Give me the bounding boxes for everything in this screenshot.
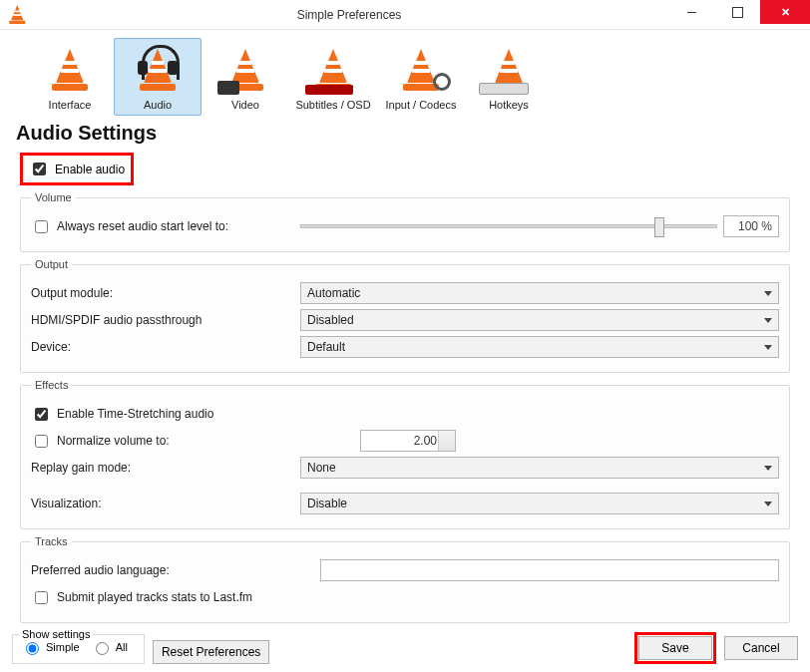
close-button[interactable] [760,0,810,24]
replay-label: Replay gain mode: [31,461,131,475]
lastfm-label: Submit played tracks stats to Last.fm [57,590,252,604]
tab-interface[interactable]: Interface [26,38,114,116]
radio-all[interactable]: All [91,639,128,655]
enable-audio-label: Enable audio [55,163,125,176]
slider-thumb[interactable] [654,217,664,237]
lang-label: Preferred audio language: [31,563,170,577]
output-module-combo[interactable]: Automatic [300,282,779,304]
titlebar: Simple Preferences [0,0,810,30]
device-label: Device: [31,340,71,354]
hdmi-combo[interactable]: Disabled [300,309,779,331]
disc-icon [433,73,451,91]
tab-label: Interface [49,99,92,111]
enable-audio-checkbox[interactable] [33,163,46,175]
timestretch-checkbox[interactable] [35,408,48,421]
timestretch-label: Enable Time-Stretching audio [57,407,213,421]
normalize-spinbox[interactable]: 2.00 [360,430,456,452]
tab-label: Subtitles / OSD [295,99,370,111]
lang-input[interactable] [320,559,779,581]
page-title: Audio Settings [16,122,798,145]
reset-level-checkbox[interactable] [35,220,48,233]
show-settings-group: Show settings Simple All [12,634,145,664]
volume-group: Volume Always reset audio start level to… [20,191,790,252]
group-legend: Tracks [31,535,72,547]
tab-label: Audio [144,99,172,111]
category-tabs: Interface Audio Video Subtitles / OSD [12,38,798,118]
window-title: Simple Preferences [30,8,668,22]
tab-hotkeys[interactable]: Hotkeys [465,38,553,116]
effects-group: Effects Enable Time-Stretching audio Nor… [20,379,790,529]
tab-subtitles[interactable]: Subtitles / OSD [289,38,377,116]
keyboard-icon [479,83,529,95]
minimize-button[interactable] [668,0,714,24]
viz-label: Visualization: [31,497,102,510]
tracks-group: Tracks Preferred audio language: Submit … [20,535,790,623]
output-group: Output Output module: Automatic HDMI/SPD… [20,258,790,373]
tab-input[interactable]: Input / Codecs [377,38,465,116]
normalize-label: Normalize volume to: [57,434,170,448]
tab-audio[interactable]: Audio [114,38,202,116]
tab-label: Input / Codecs [386,99,457,111]
tab-video[interactable]: Video [202,38,289,116]
viz-combo[interactable]: Disable [300,493,779,514]
group-legend: Volume [31,191,76,203]
app-icon [0,0,30,37]
show-settings-label: Show settings [19,628,93,640]
enable-audio-highlight: Enable audio [20,153,134,185]
footer: Show settings Simple All Reset Preferenc… [12,632,798,664]
device-combo[interactable]: Default [300,336,779,358]
headphones-icon [138,45,178,73]
maximize-button[interactable] [714,0,760,24]
tab-label: Video [231,99,259,111]
save-highlight: Save [634,632,716,664]
tab-label: Hotkeys [489,99,529,111]
group-legend: Effects [31,379,72,391]
reset-preferences-button[interactable]: Reset Preferences [153,640,269,664]
subtitle-bar-icon [305,85,353,95]
cancel-button[interactable]: Cancel [724,636,798,660]
hdmi-label: HDMI/SPDIF audio passthrough [31,313,202,327]
save-button[interactable]: Save [638,636,712,660]
replay-combo[interactable]: None [300,457,779,479]
group-legend: Output [31,258,72,270]
normalize-checkbox[interactable] [35,435,48,448]
lastfm-checkbox[interactable] [35,591,48,604]
radio-simple[interactable]: Simple [21,639,80,655]
volume-percent: 100 % [723,215,779,237]
volume-slider[interactable] [300,224,717,228]
output-module-label: Output module: [31,286,113,300]
clapper-icon [217,81,239,95]
reset-level-label: Always reset audio start level to: [57,219,228,233]
